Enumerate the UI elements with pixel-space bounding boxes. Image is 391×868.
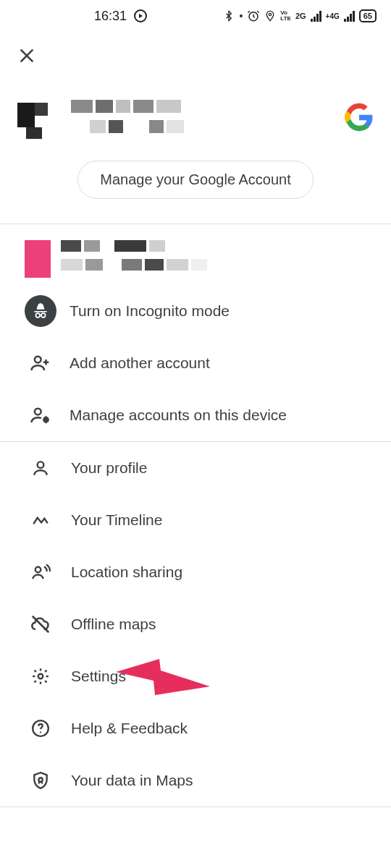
manage-google-account-button[interactable]: Manage your Google Account bbox=[77, 161, 314, 199]
google-logo-icon bbox=[345, 103, 374, 132]
svg-point-1 bbox=[269, 13, 272, 15]
add-account-label: Add another account bbox=[70, 354, 210, 372]
manage-accounts-icon bbox=[25, 399, 56, 431]
help-icon bbox=[29, 712, 52, 744]
timeline-label: Your Timeline bbox=[71, 511, 162, 529]
offline-maps-item[interactable]: Offline maps bbox=[0, 598, 391, 650]
location-sharing-item[interactable]: Location sharing bbox=[0, 546, 391, 598]
secondary-account-avatar bbox=[25, 240, 51, 278]
alarm-icon bbox=[247, 9, 260, 22]
divider bbox=[0, 807, 391, 807]
status-bar: 16:31 • VoLTE 2G +4G 65 bbox=[0, 0, 391, 32]
settings-label: Settings bbox=[71, 668, 126, 685]
battery-icon: 65 bbox=[359, 9, 377, 22]
your-data-label: Your data in Maps bbox=[71, 772, 193, 789]
svg-point-3 bbox=[41, 313, 46, 318]
status-icons: • VoLTE 2G +4G 65 bbox=[223, 9, 377, 22]
svg-point-4 bbox=[35, 357, 41, 363]
svg-point-6 bbox=[44, 418, 48, 422]
secondary-account-row[interactable] bbox=[0, 224, 391, 285]
account-name-redacted bbox=[71, 100, 345, 140]
volte-icon: VoLTE bbox=[280, 10, 291, 22]
bluetooth-icon bbox=[223, 9, 235, 22]
profile-label: Your profile bbox=[71, 459, 147, 477]
offline-maps-label: Offline maps bbox=[71, 616, 156, 633]
manage-accounts-item[interactable]: Manage accounts on this device bbox=[0, 389, 391, 441]
incognito-label: Turn on Incognito mode bbox=[70, 302, 230, 320]
your-data-item[interactable]: Your data in Maps bbox=[0, 754, 391, 807]
offline-maps-icon bbox=[29, 608, 52, 640]
svg-point-2 bbox=[35, 313, 40, 318]
incognito-item[interactable]: Turn on Incognito mode bbox=[0, 285, 391, 337]
incognito-icon bbox=[25, 295, 56, 327]
manage-accounts-label: Manage accounts on this device bbox=[70, 407, 287, 424]
timeline-icon bbox=[29, 504, 52, 536]
signal-icon-1 bbox=[311, 10, 321, 22]
svg-point-7 bbox=[38, 461, 44, 468]
close-icon bbox=[17, 46, 36, 65]
location-sharing-icon bbox=[29, 556, 52, 588]
account-avatar bbox=[17, 100, 61, 143]
profile-item[interactable]: Your profile bbox=[0, 442, 391, 494]
primary-account-row[interactable] bbox=[0, 75, 391, 156]
svg-point-13 bbox=[38, 778, 42, 781]
location-sharing-label: Location sharing bbox=[71, 563, 182, 581]
add-account-icon bbox=[25, 347, 56, 379]
svg-point-12 bbox=[40, 731, 41, 733]
help-item[interactable]: Help & Feedback bbox=[0, 702, 391, 754]
location-icon bbox=[264, 9, 276, 22]
help-label: Help & Feedback bbox=[71, 720, 188, 737]
svg-point-9 bbox=[38, 674, 43, 679]
timeline-item[interactable]: Your Timeline bbox=[0, 494, 391, 546]
svg-point-8 bbox=[35, 567, 41, 572]
status-time: 16:31 bbox=[94, 9, 127, 24]
gear-icon bbox=[29, 660, 52, 692]
profile-icon bbox=[29, 452, 52, 484]
add-account-item[interactable]: Add another account bbox=[0, 337, 391, 389]
svg-marker-10 bbox=[116, 659, 210, 695]
secondary-account-name-redacted bbox=[61, 240, 207, 278]
signal-icon-2 bbox=[344, 10, 355, 22]
settings-item[interactable]: Settings bbox=[0, 650, 391, 702]
network-2g: 2G bbox=[295, 12, 306, 20]
media-indicator-icon bbox=[134, 9, 147, 22]
svg-point-5 bbox=[35, 409, 41, 415]
network-4g: +4G bbox=[326, 12, 340, 20]
privacy-shield-icon bbox=[29, 765, 52, 796]
close-button[interactable] bbox=[16, 45, 38, 67]
